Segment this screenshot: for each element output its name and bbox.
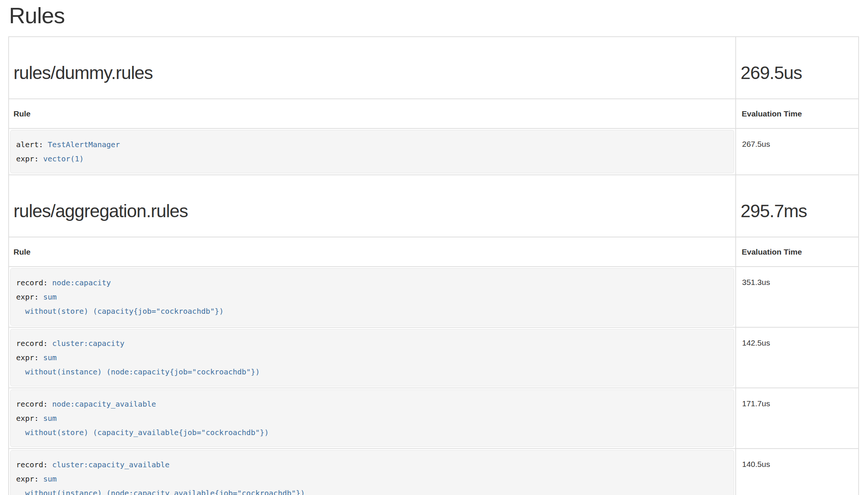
rule-code-key — [16, 367, 25, 376]
rule-code-key: record: — [16, 339, 52, 348]
rule-row: record: node:capacity_availableexpr: sum… — [9, 388, 859, 449]
rule-expression-link[interactable]: vector(1) — [43, 154, 84, 163]
rule-code-key: expr: — [16, 292, 43, 301]
rule-code-key: record: — [16, 460, 52, 469]
rule-code-key: expr: — [16, 474, 43, 483]
rule-group-file-name: rules/dummy.rules — [13, 63, 731, 83]
rule-cell: alert: TestAlertManagerexpr: vector(1) — [9, 128, 736, 175]
rule-expression-link[interactable]: without(store) (capacity{job="cockroachd… — [25, 307, 224, 316]
rule-cell: record: node:capacity_availableexpr: sum… — [9, 388, 736, 449]
column-header-row: RuleEvaluation Time — [9, 237, 859, 267]
rule-row: alert: TestAlertManagerexpr: vector(1)26… — [9, 128, 859, 175]
rule-code-key: alert: — [16, 140, 48, 149]
rule-code-key — [16, 428, 25, 437]
rule-group-total-evaluation-time: 295.7ms — [741, 201, 854, 222]
rule-code-line: without(instance) (node:capacity_availab… — [16, 486, 728, 495]
rule-cell: record: cluster:capacityexpr: sum withou… — [9, 327, 736, 388]
rule-evaluation-time: 142.5us — [736, 327, 859, 388]
rule-code-key — [16, 307, 25, 316]
rule-code-key: expr: — [16, 414, 43, 423]
rule-group-file-name: rules/aggregation.rules — [13, 201, 731, 222]
rule-expression-link[interactable]: without(instance) (node:capacity{job="co… — [25, 367, 260, 376]
rule-row: record: cluster:capacityexpr: sum withou… — [9, 327, 859, 388]
rule-code-key: expr: — [16, 353, 43, 362]
rule-expression-link[interactable]: TestAlertManager — [48, 140, 120, 149]
rule-code-line: expr: sum — [16, 472, 728, 486]
rule-expression-link[interactable]: cluster:capacity — [52, 339, 124, 348]
rule-code-line: record: node:capacity — [16, 276, 728, 290]
rules-page: Rules rules/dummy.rules269.5usRuleEvalua… — [0, 0, 868, 495]
rule-code-key — [16, 489, 25, 495]
rule-group-total-time-cell: 269.5us — [736, 37, 859, 99]
rule-expression-link[interactable]: without(store) (capacity_available{job="… — [25, 428, 269, 437]
rule-code-line: expr: vector(1) — [16, 152, 728, 166]
rule-code-key: expr: — [16, 154, 43, 163]
rule-code-line: without(store) (capacity{job="cockroachd… — [16, 304, 728, 318]
rule-group-heading-row: rules/aggregation.rules295.7ms — [9, 175, 859, 237]
rule-group-heading-row: rules/dummy.rules269.5us — [9, 37, 859, 99]
page-title: Rules — [9, 4, 859, 27]
rule-code-line: record: cluster:capacity — [16, 336, 728, 350]
rule-group-total-time-cell: 295.7ms — [736, 175, 859, 237]
rules-table-body: rules/dummy.rules269.5usRuleEvaluation T… — [9, 37, 859, 495]
rule-cell: record: cluster:capacity_availableexpr: … — [9, 449, 736, 495]
rule-evaluation-time: 171.7us — [736, 388, 859, 449]
rule-code-key: record: — [16, 400, 52, 409]
rule-code-line: record: node:capacity_available — [16, 397, 728, 411]
rule-column-header: Rule — [9, 99, 736, 128]
rule-expression-link[interactable]: node:capacity_available — [52, 400, 156, 409]
rule-code-line: record: cluster:capacity_available — [16, 458, 728, 472]
rule-expression-link[interactable]: sum — [43, 474, 57, 483]
column-header-row: RuleEvaluation Time — [9, 99, 859, 128]
rule-column-header: Rule — [9, 237, 736, 267]
rule-row: record: node:capacityexpr: sum without(s… — [9, 267, 859, 327]
rule-group-file-cell: rules/aggregation.rules — [9, 175, 736, 237]
evaluation-time-column-header: Evaluation Time — [736, 99, 859, 128]
rules-table: rules/dummy.rules269.5usRuleEvaluation T… — [8, 36, 859, 495]
rule-expression-link[interactable]: sum — [43, 353, 57, 362]
rule-code-line: expr: sum — [16, 350, 728, 365]
rule-expression-link[interactable]: sum — [43, 292, 57, 301]
rule-code-line: expr: sum — [16, 290, 728, 304]
rule-code-block: record: cluster:capacity_availableexpr: … — [10, 450, 734, 495]
rule-code-line: without(instance) (node:capacity{job="co… — [16, 365, 728, 379]
rule-code-line: without(store) (capacity_available{job="… — [16, 425, 728, 440]
rule-code-block: record: node:capacityexpr: sum without(s… — [10, 268, 734, 326]
rule-evaluation-time: 267.5us — [736, 128, 859, 175]
rule-code-line: expr: sum — [16, 411, 728, 425]
rule-expression-link[interactable]: cluster:capacity_available — [52, 460, 169, 469]
rule-row: record: cluster:capacity_availableexpr: … — [9, 449, 859, 495]
rule-code-line: alert: TestAlertManager — [16, 137, 728, 152]
rule-expression-link[interactable]: without(instance) (node:capacity_availab… — [25, 489, 305, 495]
rule-expression-link[interactable]: sum — [43, 414, 57, 423]
rule-code-block: record: cluster:capacityexpr: sum withou… — [10, 329, 734, 386]
rule-cell: record: node:capacityexpr: sum without(s… — [9, 267, 736, 327]
rule-expression-link[interactable]: node:capacity — [52, 278, 111, 287]
rule-code-block: alert: TestAlertManagerexpr: vector(1) — [10, 130, 734, 173]
rule-code-key: record: — [16, 278, 52, 287]
rule-evaluation-time: 140.5us — [736, 449, 859, 495]
rule-group-file-cell: rules/dummy.rules — [9, 37, 736, 99]
rule-code-block: record: node:capacity_availableexpr: sum… — [10, 389, 734, 447]
rule-evaluation-time: 351.3us — [736, 267, 859, 327]
rule-group-total-evaluation-time: 269.5us — [741, 63, 854, 83]
evaluation-time-column-header: Evaluation Time — [736, 237, 859, 267]
